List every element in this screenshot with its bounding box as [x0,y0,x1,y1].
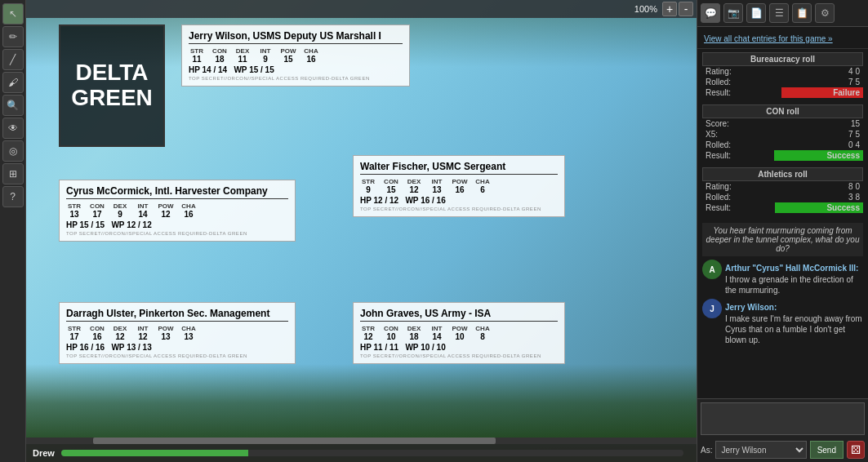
stat-row: STR 13 CON 17 DEX 9 INT 14 POW 12 CHA 16 [66,202,288,219]
tool-eye[interactable]: 👁 [2,118,24,139]
message-text: I make sure I'm far enough away from Cyr… [725,313,863,345]
tool-waypoint[interactable]: ◎ [2,140,24,162]
stat-str: STR 13 [66,202,82,219]
as-label: As: [701,446,712,455]
camera-icon[interactable]: 📷 [723,3,743,23]
map-canvas[interactable]: 100% + - DELTA GREEN Jerry Wilson, USMS … [26,0,697,462]
tool-brush[interactable]: 🖌 [2,72,24,93]
document-icon[interactable]: 📄 [746,3,766,23]
stat-con: CON 10 [383,325,399,341]
rating-value: 8 0 [775,181,863,192]
secret-text: TOP SECRET//ORCON//SPECIAL ACCESS REQUIR… [360,207,558,211]
chat-message-2: J Jerry Wilson: I make sure I'm far enou… [702,299,863,345]
stat-str: STR 17 [66,325,82,341]
stat-row: STR 9 CON 15 DEX 12 INT 13 POW 16 CHA 6 [360,178,558,194]
stat-pow: POW 13 [158,325,174,341]
canvas-horizontal-scrollbar[interactable] [26,438,697,444]
zoom-out-button[interactable]: - [679,2,693,16]
chat-textarea[interactable] [701,402,865,435]
stat-pow: POW 15 [280,47,296,64]
con-roll-title: CON roll [702,104,863,118]
character-card-darragh-ulster[interactable]: Darragh Ulster, Pinkerton Sec. Managemen… [59,302,296,364]
hp-row: HP 11 / 11 WP 10 / 10 [360,343,558,352]
view-all-chat-link[interactable]: View all chat entries for this game » [704,34,833,43]
score-label: Score: [702,118,774,129]
character-card-jerry-wilson[interactable]: Jerry Wilson, USMS Deputy US Marshall I … [181,24,410,87]
table-row: Rolled: 0 4 [702,140,863,150]
chat-messages: You hear faint murmuring coming from dee… [697,216,868,398]
message-content: Jerry Wilson: I make sure I'm far enough… [725,299,863,345]
stat-dex: DEX 12 [112,325,128,341]
result-label: Result: [702,202,775,213]
stat-con: CON 16 [89,325,105,341]
player-health-bar-bg [61,450,683,456]
stat-int: INT 12 [135,325,151,341]
message-content: Arthur "Cyrus" Hall McCormick III: I thr… [725,260,863,295]
zoom-in-button[interactable]: + [662,2,677,16]
table-row: Rating: 4 0 [702,66,863,77]
table-row: X5: 7 5 [702,129,863,140]
as-character-select[interactable]: Jerry Wilson [715,441,806,459]
bureaucracy-roll-section: Bureaucracy roll Rating: 4 0 Rolled: 7 5… [702,52,863,98]
stat-str: STR 11 [189,47,205,64]
result-value-success: Success [775,202,863,213]
message-author: Jerry Wilson: [725,303,777,312]
tool-select[interactable]: ↖ [2,3,24,24]
hp-row: HP 14 / 14 WP 15 / 15 [189,65,403,74]
stat-dex: DEX 11 [234,47,251,64]
character-name: Darragh Ulster, Pinkerton Sec. Managemen… [66,308,288,322]
message-author: Arthur "Cyrus" Hall McCormick III: [725,264,858,273]
character-card-cyrus-mccormick[interactable]: Cyrus McCormick, Intl. Harvester Company… [59,180,296,242]
stat-pow: POW 10 [452,325,468,341]
hp-row: HP 15 / 15 WP 12 / 12 [66,220,288,229]
player-health-bar-fill [61,450,248,456]
stat-int: INT 9 [257,47,274,64]
score-value: 15 [774,118,863,129]
tool-line[interactable]: ╱ [2,49,24,70]
avatar-jerry: J [702,299,722,318]
character-name: Walter Fischer, USMC Sergeant [360,161,558,175]
stat-cha: CHA 16 [180,202,197,219]
chat-header: View all chat entries for this game » [697,27,868,49]
list-icon[interactable]: 📋 [792,3,812,23]
rating-label: Rating: [702,66,781,77]
d20-button[interactable]: ⚄ [847,441,865,459]
chat-icon[interactable]: 💬 [701,3,720,23]
right-panel: 💬 📷 📄 ☰ 📋 ⚙ View all chat entries for th… [697,0,868,462]
stat-int: INT 13 [429,178,445,194]
settings-icon[interactable]: ⚙ [815,3,835,23]
tool-help[interactable]: ? [2,186,24,207]
scroll-thumb[interactable] [93,438,496,444]
stat-pow: POW 16 [452,178,468,194]
rolled-value: 3 8 [775,192,863,202]
stat-con: CON 15 [383,178,399,194]
table-row: Score: 15 [702,118,863,129]
hp-row: HP 12 / 12 WP 16 / 16 [360,196,558,205]
character-card-john-graves[interactable]: John Graves, US Army - ISA STR 12 CON 10… [353,302,565,364]
chat-input-area: As: Jerry Wilson Send ⚄ [697,398,868,462]
stat-dex: DEX 18 [406,325,422,341]
character-card-walter-fischer[interactable]: Walter Fischer, USMC Sergeant STR 9 CON … [353,155,565,217]
stat-row: STR 12 CON 10 DEX 18 INT 14 POW 10 CHA 8 [360,325,558,341]
text-icon[interactable]: ☰ [769,3,789,23]
right-panel-icons: 💬 📷 📄 ☰ 📋 ⚙ [697,0,868,27]
character-name: Cyrus McCormick, Intl. Harvester Company [66,185,288,199]
result-label: Result: [702,150,774,161]
send-button[interactable]: Send [810,441,844,459]
table-row: Rolled: 3 8 [702,192,863,202]
message-text: I throw a grenade in the direction of th… [725,274,863,295]
x5-value: 7 5 [774,129,863,140]
zoom-label: 100% [634,4,657,14]
bureaucracy-roll-title: Bureaucracy roll [702,52,863,66]
athletics-roll-title: Athletics roll [702,167,863,181]
tool-pen[interactable]: ✏ [2,26,24,47]
tool-zoom[interactable]: 🔍 [2,95,24,116]
secret-text: TOP SECRET//ORCON//SPECIAL ACCESS REQUIR… [66,353,288,358]
stat-cha: CHA 13 [180,325,197,341]
stat-row: STR 11 CON 18 DEX 11 INT 9 POW 15 CHA 16 [189,47,403,64]
logo-text: DELTA GREEN [71,60,153,111]
tool-grid[interactable]: ⊞ [2,163,24,184]
character-name: John Graves, US Army - ISA [360,308,558,322]
secret-text: TOP SECRET//ORCON//SPECIAL ACCESS REQUIR… [360,353,558,358]
stat-con: CON 18 [211,47,228,64]
